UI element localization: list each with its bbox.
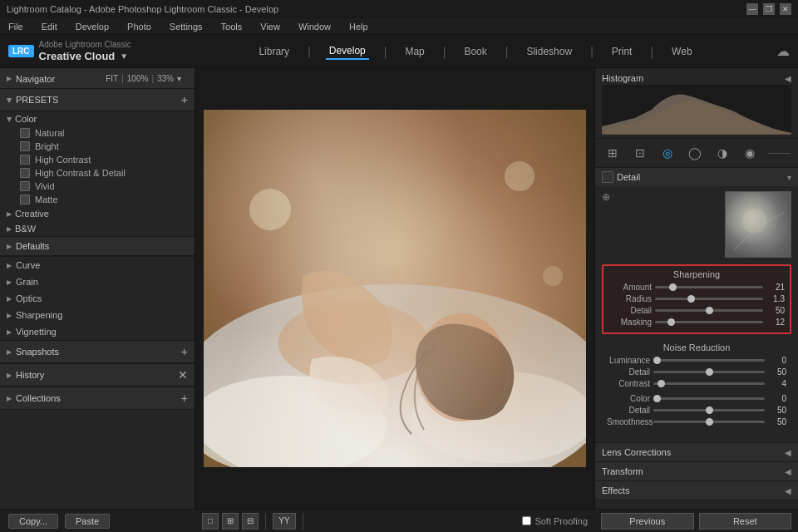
preset-high-contrast[interactable]: High Contrast — [0, 153, 195, 166]
preset-category-bw[interactable]: ▶ B&W — [0, 221, 195, 236]
tab-book[interactable]: Book — [461, 44, 490, 59]
view-yy-button[interactable]: YY — [273, 513, 296, 530]
collections-header[interactable]: ▶ Collections + — [0, 387, 195, 410]
detail-slider[interactable] — [655, 309, 763, 312]
tab-web[interactable]: Web — [668, 44, 695, 59]
logo-dropdown-button[interactable]: ▼ — [120, 52, 128, 61]
nr-luminance-value: 0 — [768, 356, 786, 365]
history-close-button[interactable]: ✕ — [178, 368, 188, 382]
grid-tool-icon[interactable]: ⊞ — [603, 144, 622, 162]
radial-filter-icon[interactable]: ◉ — [741, 144, 759, 162]
develop-grain[interactable]: ▶ Grain — [0, 273, 195, 290]
reset-button[interactable]: Reset — [699, 513, 792, 530]
zoom-33[interactable]: 33% — [157, 74, 174, 83]
nr-smoothness-slider[interactable] — [653, 421, 765, 423]
presets-panel-header[interactable]: ▶ PRESETS + — [0, 89, 195, 111]
nr-contrast-slider[interactable] — [653, 382, 765, 385]
presets-add-button[interactable]: + — [181, 93, 188, 106]
soft-proofing-toggle[interactable]: Soft Proofing — [522, 516, 588, 526]
tab-map[interactable]: Map — [401, 44, 427, 59]
history-header[interactable]: ▶ History ✕ — [0, 364, 195, 387]
tab-print[interactable]: Print — [608, 44, 636, 59]
preset-natural[interactable]: Natural — [0, 126, 195, 140]
nr-detail-row: Detail 50 — [607, 367, 786, 377]
collections-add-button[interactable]: + — [181, 392, 188, 405]
tab-develop[interactable]: Develop — [326, 43, 369, 60]
view-single-button[interactable]: □ — [202, 513, 219, 530]
minimize-button[interactable]: — — [746, 3, 758, 15]
tab-slideshow[interactable]: Slideshow — [523, 44, 575, 59]
preset-icon — [20, 141, 30, 151]
redeye-tool-icon[interactable]: ◯ — [686, 144, 704, 162]
masking-slider[interactable] — [655, 321, 763, 323]
lens-corrections-section[interactable]: Lens Corrections ◀ — [595, 443, 798, 462]
histogram-arrow[interactable]: ◀ — [785, 74, 791, 83]
navigator-panel-header[interactable]: ▶ Navigator FIT | 100% | 33% ▾ — [0, 68, 195, 89]
menu-file[interactable]: File — [5, 20, 27, 33]
menu-tools[interactable]: Tools — [218, 20, 246, 33]
view-compare-button[interactable]: ⊟ — [242, 513, 259, 530]
window-controls[interactable]: — ❐ ✕ — [746, 3, 791, 15]
menu-photo[interactable]: Photo — [124, 20, 155, 33]
preset-matte[interactable]: Matte — [0, 193, 195, 206]
maximize-button[interactable]: ❐ — [763, 3, 775, 15]
soft-proofing-checkbox[interactable] — [522, 516, 531, 525]
effects-section[interactable]: Effects ◀ — [595, 481, 798, 500]
defaults-triangle: ▶ — [7, 243, 12, 250]
transform-section[interactable]: Transform ◀ — [595, 462, 798, 481]
detail-loupe-icon[interactable]: ⊕ — [602, 191, 610, 203]
nr-color-slider[interactable] — [653, 397, 765, 400]
soft-proofing-label: Soft Proofing — [534, 516, 588, 526]
menu-help[interactable]: Help — [346, 20, 372, 33]
menu-window[interactable]: Window — [295, 20, 334, 33]
radius-slider[interactable] — [655, 298, 763, 300]
nr-luminance-row: Luminance 0 — [607, 356, 786, 365]
preset-high-contrast-detail[interactable]: High Contrast & Detail — [0, 166, 195, 180]
tab-library[interactable]: Library — [255, 44, 293, 59]
fit-label[interactable]: FIT — [106, 74, 118, 83]
close-button[interactable]: ✕ — [780, 3, 791, 15]
graduated-filter-icon[interactable]: ◑ — [713, 144, 732, 162]
snapshots-add-button[interactable]: + — [181, 345, 188, 358]
transform-title: Transform — [602, 466, 643, 476]
menu-view[interactable]: View — [257, 20, 283, 33]
spot-heal-tool-icon[interactable]: ◎ — [658, 144, 677, 162]
nav-menu[interactable]: ▾ — [177, 74, 181, 83]
menu-settings[interactable]: Settings — [166, 20, 206, 33]
detail-arrow[interactable]: ▾ — [787, 173, 791, 182]
previous-button[interactable]: Previous — [601, 513, 694, 530]
view-grid-button[interactable]: ⊞ — [222, 513, 239, 530]
cloud-sync-icon[interactable]: ☁ — [776, 43, 790, 59]
collections-panel: ▶ Collections + — [0, 387, 195, 410]
menu-develop[interactable]: Develop — [72, 20, 112, 33]
paste-button[interactable]: Paste — [65, 514, 110, 529]
preset-bright[interactable]: Bright — [0, 140, 195, 153]
radius-value: 1.3 — [766, 294, 785, 303]
nr-luminance-slider[interactable] — [653, 359, 765, 362]
defaults-panel-header[interactable]: ▶ Defaults — [0, 237, 195, 256]
crop-tool-icon[interactable]: ⊡ — [631, 144, 649, 162]
preset-category-creative[interactable]: ▶ Creative — [0, 206, 195, 221]
detail-header[interactable]: Detail ▾ — [595, 168, 798, 186]
nr-color-row: Color 0 — [607, 394, 786, 403]
preset-vivid[interactable]: Vivid — [0, 180, 195, 193]
develop-sharpening[interactable]: ▶ Sharpening — [0, 307, 195, 323]
detail-checkbox[interactable] — [602, 171, 613, 183]
svg-point-2 — [204, 376, 387, 467]
nr-color-detail-slider[interactable] — [653, 409, 765, 411]
nr-detail-slider[interactable] — [653, 371, 765, 373]
bottom-center-tools: □ ⊞ ⊟ YY Soft Proofing — [195, 513, 594, 530]
zoom-100[interactable]: 100% — [127, 74, 149, 83]
preset-category-color[interactable]: ▶ Color — [0, 111, 195, 126]
amount-slider[interactable] — [655, 286, 763, 288]
copy-button[interactable]: Copy... — [8, 514, 58, 529]
center-panel — [195, 68, 594, 532]
develop-curve[interactable]: ▶ Curve — [0, 257, 195, 273]
menu-edit[interactable]: Edit — [38, 20, 61, 33]
svg-rect-0 — [204, 110, 586, 467]
develop-vignetting[interactable]: ▶ Vignetting — [0, 323, 195, 340]
title-bar: Lightroom Catalog - Adobe Photoshop Ligh… — [0, 0, 798, 18]
histogram-svg — [602, 85, 791, 135]
develop-optics[interactable]: ▶ Optics — [0, 290, 195, 307]
snapshots-header[interactable]: ▶ Snapshots + — [0, 341, 195, 363]
